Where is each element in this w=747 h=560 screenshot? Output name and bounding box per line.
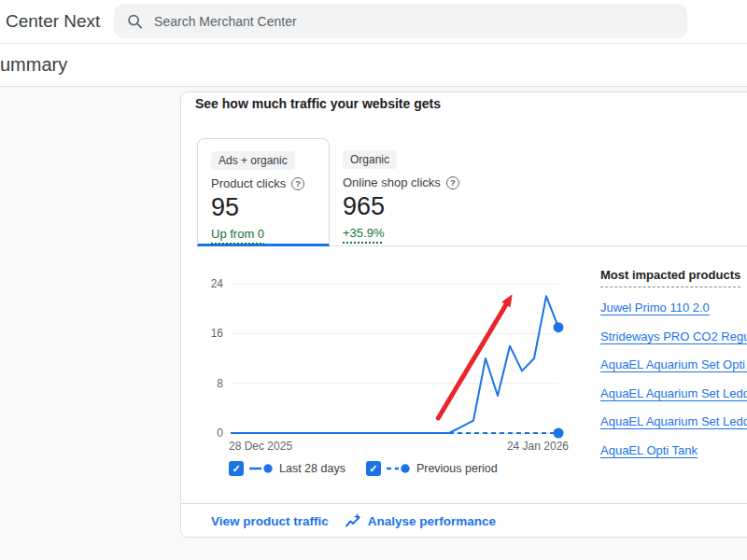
metric-value: 965 xyxy=(343,192,385,220)
dashed-line-dot-icon xyxy=(387,463,411,474)
products-list: Juwel Primo 110 2.0 Strideways PRO CO2 R… xyxy=(600,301,747,457)
tab-badge: Organic xyxy=(343,150,397,169)
legend-item-previous-period: Previous period xyxy=(366,461,498,476)
tab-organic[interactable]: Organic Online shop clicks 965 +35.9% xyxy=(330,138,747,246)
most-impacted-products: Most impacted products Juwel Primo 110 2… xyxy=(600,266,747,457)
view-product-traffic-link[interactable]: View product traffic xyxy=(211,514,329,528)
search-icon xyxy=(127,13,143,30)
tab-badge: Ads + organic xyxy=(211,151,295,170)
product-link[interactable]: AquaEL Opti Tank xyxy=(600,443,747,457)
page-header: ummary xyxy=(0,44,747,87)
product-link[interactable]: AquaEL Aquarium Set Leddy 40 xyxy=(600,414,747,428)
tab-ads-organic[interactable]: Ads + organic Product clicks 95 Up from … xyxy=(197,138,330,246)
top-app-bar: Center Next xyxy=(0,0,747,44)
metric-label: Product clicks xyxy=(211,176,286,190)
card-footer: View product traffic Analyse performance xyxy=(181,503,747,538)
product-link[interactable]: AquaEL Aquarium Set Opti Set xyxy=(600,357,747,371)
help-icon[interactable] xyxy=(446,176,459,189)
checkbox-previous-period[interactable] xyxy=(366,461,381,476)
help-icon[interactable] xyxy=(291,177,304,190)
traffic-line-chart xyxy=(212,276,576,449)
card-heading: See how much traffic your website gets xyxy=(195,96,441,111)
product-link[interactable]: AquaEL Aquarium Set Leddy 40 xyxy=(600,386,747,400)
legend-label: Last 28 days xyxy=(279,462,345,475)
legend-label: Previous period xyxy=(416,462,498,475)
chart-legend: Last 28 days Previous period xyxy=(229,461,498,476)
search-input[interactable] xyxy=(154,14,674,29)
merchant-center-screen: Center Next ummary See how much traffic … xyxy=(0,0,747,560)
search-bar[interactable] xyxy=(114,4,687,38)
legend-item-last-28-days: Last 28 days xyxy=(229,461,345,476)
metric-value: 95 xyxy=(211,193,239,221)
product-link[interactable]: Juwel Primo 110 2.0 xyxy=(600,301,747,315)
analyse-performance-label[interactable]: Analyse performance xyxy=(368,514,496,528)
analyse-performance-link[interactable]: Analyse performance xyxy=(345,513,496,529)
product-link[interactable]: Strideways PRO CO2 Regulator xyxy=(600,329,747,343)
metric-label: Online shop clicks xyxy=(343,175,441,189)
products-title: Most impacted products xyxy=(600,268,740,287)
solid-line-dot-icon xyxy=(249,463,274,474)
checkbox-last-28-days[interactable] xyxy=(229,461,244,476)
x-axis-end-label: 24 Jan 2026 xyxy=(475,440,569,453)
metric-delta: +35.9% xyxy=(343,226,384,240)
content-area: See how much traffic your website gets A… xyxy=(0,87,747,560)
metric-delta: Up from 0 xyxy=(211,227,264,241)
insights-icon xyxy=(345,513,361,529)
x-axis-start-label: 28 Dec 2025 xyxy=(229,440,292,453)
page-title: ummary xyxy=(0,54,67,76)
app-title: Center Next xyxy=(6,11,100,32)
metric-tabstrip: Ads + organic Product clicks 95 Up from … xyxy=(197,138,747,246)
traffic-card: See how much traffic your website gets A… xyxy=(180,91,747,538)
